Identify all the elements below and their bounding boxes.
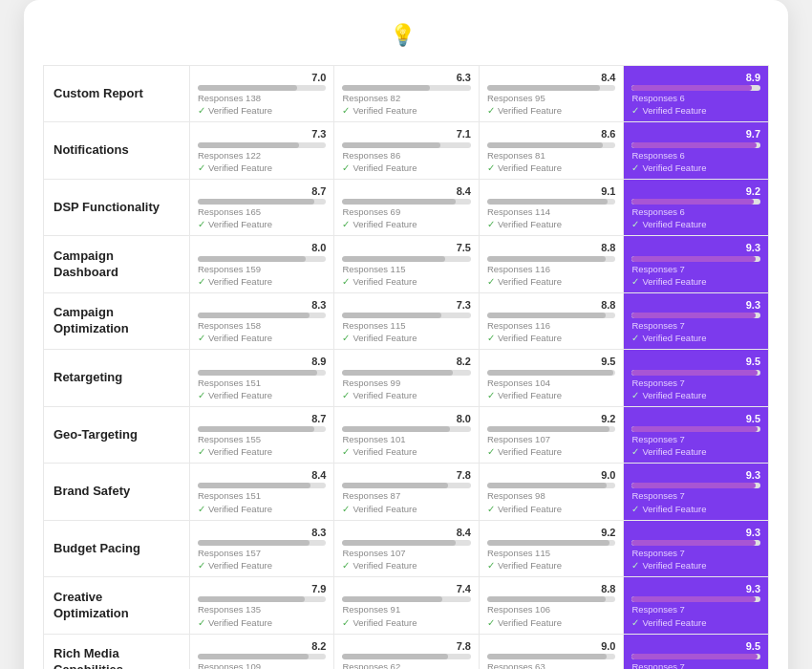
bar-bg [631,313,760,318]
bar-fill [631,370,758,376]
metric-cell-1-3: 9.7Responses 6✓Verified Feature [624,122,769,179]
bar-bg [487,596,616,602]
responses-text: Responses 62 [342,661,471,669]
verified-feature-label: Verified Feature [642,162,706,173]
verified-check-icon: ✓ [487,333,495,343]
verified-row: ✓Verified Feature [342,390,471,400]
responses-text: Responses 104 [487,378,616,388]
table-row: Campaign Dashboard8.0Responses 159✓Verif… [44,236,769,292]
bar-container [487,370,616,376]
metric-cell-8-2: 9.2Responses 115✓Verified Feature [479,520,624,576]
table-row: Custom Report7.0Responses 138✓Verified F… [44,66,769,122]
verified-check-icon: ✓ [487,617,495,628]
responses-text: Responses 115 [342,320,471,331]
responses-text: Responses 109 [198,661,327,669]
metric-score: 8.2 [198,640,327,652]
table-row: Campaign Optimization8.3Responses 158✓Ve… [44,292,769,349]
bar-fill [487,596,606,602]
metric-cell-9-0: 7.9Responses 135✓Verified Feature [189,577,334,634]
metric-score: 7.9 [198,583,327,594]
verified-row: ✓Verified Feature [198,560,327,571]
responses-text: Responses 7 [631,490,760,501]
verified-feature-label: Verified Feature [208,617,272,628]
verified-row: ✓Verified Feature [342,105,471,116]
bar-fill [342,540,455,546]
metric-cell-8-0: 8.3Responses 157✓Verified Feature [189,520,334,576]
bar-container [487,313,616,318]
metric-cell-3-3: 9.3Responses 7✓Verified Feature [624,236,769,292]
logo-icon: 💡 [390,23,416,48]
verified-row: ✓Verified Feature [631,390,760,400]
verified-feature-label: Verified Feature [208,276,272,287]
bar-fill [198,142,299,148]
bar-fill [631,596,755,602]
metric-score: 7.1 [342,128,471,140]
responses-text: Responses 122 [198,150,327,161]
table-row: Creative Optimization7.9Responses 135✓Ve… [44,577,769,634]
metric-score: 7.8 [342,640,471,652]
bar-container [342,313,471,318]
responses-text: Responses 6 [631,206,760,217]
verified-row: ✓Verified Feature [487,390,616,400]
verified-feature-label: Verified Feature [498,560,562,571]
metric-score: 6.3 [342,72,471,83]
bar-bg [487,370,616,376]
bar-bg [631,85,760,91]
bar-bg [342,426,471,432]
responses-text: Responses 155 [198,434,327,444]
verified-check-icon: ✓ [487,105,495,116]
table-row: Rich Media Capabilities8.2Responses 109✓… [44,634,769,669]
verified-check-icon: ✓ [198,219,205,229]
bar-container [198,596,327,602]
verified-check-icon: ✓ [198,560,205,571]
verified-row: ✓Verified Feature [487,446,616,457]
bar-bg [487,313,616,318]
metric-score: 9.3 [631,469,760,481]
responses-text: Responses 86 [342,150,471,161]
bar-bg [198,256,327,262]
verified-row: ✓Verified Feature [198,617,327,628]
metric-score: 7.8 [342,469,471,481]
responses-text: Responses 157 [198,548,327,558]
metrics-table: Custom Report7.0Responses 138✓Verified F… [43,65,769,669]
verified-feature-label: Verified Feature [498,105,562,116]
bar-container [198,142,327,148]
verified-feature-label: Verified Feature [498,504,562,514]
verified-row: ✓Verified Feature [198,390,327,400]
verified-row: ✓Verified Feature [198,162,327,173]
metric-cell-6-1: 8.0Responses 101✓Verified Feature [334,406,480,463]
verified-check-icon: ✓ [631,390,639,400]
metric-cell-10-3: 9.5Responses 7✓Verified Feature [624,634,769,669]
bar-bg [198,483,327,488]
metric-cell-5-3: 9.5Responses 7✓Verified Feature [624,350,769,406]
verified-check-icon: ✓ [487,276,495,287]
bar-fill [631,199,754,205]
bar-container [342,540,471,546]
bar-bg [198,85,327,91]
bar-container [631,370,760,376]
bar-bg [342,370,471,376]
bar-bg [198,142,327,148]
bar-container [487,256,616,262]
responses-text: Responses 151 [198,490,327,501]
metric-cell-9-1: 7.4Responses 91✓Verified Feature [334,577,480,634]
verified-check-icon: ✓ [198,390,205,400]
bar-fill [487,256,606,262]
bar-fill [198,654,309,659]
responses-text: Responses 7 [631,434,760,444]
metric-score: 9.2 [631,185,760,197]
bar-bg [487,483,616,488]
verified-row: ✓Verified Feature [487,105,616,116]
verified-row: ✓Verified Feature [342,617,471,628]
responses-text: Responses 158 [198,320,327,331]
bar-container [198,426,327,432]
row-label: Custom Report [44,66,190,122]
metric-cell-6-0: 8.7Responses 155✓Verified Feature [189,406,334,463]
verified-check-icon: ✓ [631,446,639,457]
bar-bg [487,426,616,432]
responses-text: Responses 107 [487,434,616,444]
verified-check-icon: ✓ [342,560,350,571]
responses-text: Responses 63 [487,661,616,669]
verified-row: ✓Verified Feature [487,162,616,173]
verified-feature-label: Verified Feature [208,390,272,400]
